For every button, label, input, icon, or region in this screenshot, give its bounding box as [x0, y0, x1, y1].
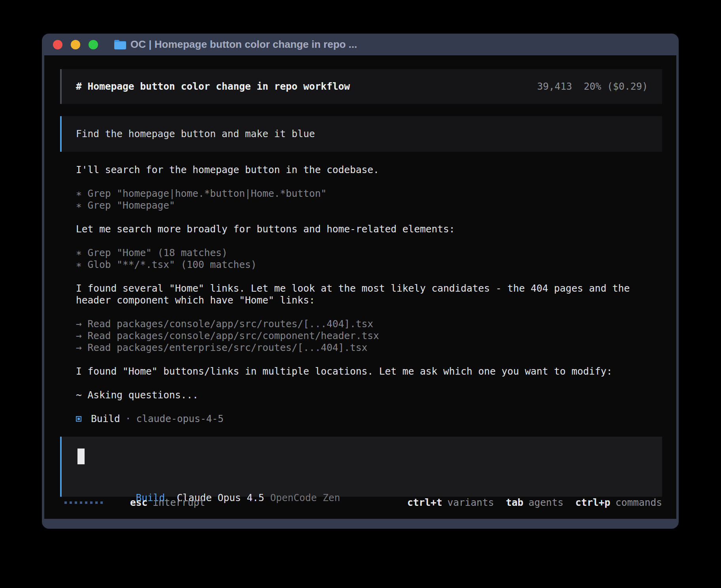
spinner-dots	[64, 501, 106, 504]
hint-interrupt: escinterrupt	[130, 497, 205, 509]
minimize-button[interactable]	[71, 40, 80, 49]
agent-square-icon	[76, 416, 81, 422]
session-header: # Homepage button color change in repo w…	[60, 69, 662, 104]
prompt-input[interactable]: BuildClaude Opus 4.5OpenCode Zen	[60, 437, 662, 497]
hint-label: agents	[528, 497, 564, 508]
hint-key: ctrl+t	[407, 497, 442, 508]
hint-label: variants	[447, 497, 494, 508]
hint-variants: ctrl+tvariants	[407, 497, 494, 509]
assistant-transcript: I'll search for the homepage button in t…	[60, 164, 662, 425]
model-row: BuildClaude Opus 4.5OpenCode Zen	[77, 480, 648, 492]
hint-key: tab	[506, 497, 523, 508]
hint-commands: ctrl+pcommands	[575, 497, 662, 509]
assistant-text: I found several "Home" links. Let me loo…	[76, 283, 662, 294]
tool-call-glob: ∗ Glob "**/*.tsx" (100 matches)	[76, 259, 662, 271]
tool-call-grep: ∗ Grep "homepage|home.*button|Home.*butt…	[76, 188, 662, 200]
user-message-text: Find the homepage button and make it blu…	[76, 128, 648, 140]
tool-call-read: → Read packages/console/app/src/routes/[…	[76, 318, 662, 330]
hint-key: ctrl+p	[575, 497, 610, 508]
terminal-content: # Homepage button color change in repo w…	[44, 55, 676, 519]
tool-call-read: → Read packages/console/app/src/componen…	[76, 330, 662, 342]
hint-label: commands	[615, 497, 662, 508]
status-bar: escinterrupt ctrl+tvariants tabagents ct…	[60, 497, 662, 509]
hint-label: interrupt	[153, 497, 205, 508]
assistant-text: Let me search more broadly for buttons a…	[76, 223, 662, 235]
user-message: Find the homepage button and make it blu…	[60, 116, 662, 152]
tool-call-grep: ∗ Grep "Homepage"	[76, 200, 662, 211]
agent-model: claude-opus-4-5	[136, 413, 224, 425]
text-cursor	[77, 449, 85, 464]
input-provider-label: OpenCode Zen	[270, 492, 340, 503]
traffic-lights	[53, 40, 98, 49]
tool-call-grep: ∗ Grep "Home" (18 matches)	[76, 247, 662, 259]
zoom-button[interactable]	[89, 40, 98, 49]
terminal-window: OC | Homepage button color change in rep…	[42, 34, 679, 529]
assistant-text: I'll search for the homepage button in t…	[76, 164, 662, 176]
session-title: # Homepage button color change in repo w…	[76, 81, 350, 92]
agent-name: Build	[91, 413, 120, 425]
hint-key: esc	[130, 497, 147, 508]
window-title: OC | Homepage button color change in rep…	[130, 38, 357, 51]
tool-call-read: → Read packages/enterprise/src/routes/[.…	[76, 342, 662, 354]
agent-status-row: Build · claude-opus-4-5	[76, 413, 662, 425]
separator-dot: ·	[125, 413, 131, 425]
title-bar[interactable]: OC | Homepage button color change in rep…	[42, 34, 679, 55]
hint-agents: tabagents	[506, 497, 564, 509]
assistant-text: header component which have "Home" links…	[76, 294, 662, 306]
session-stats: 39,413 20% ($0.29)	[537, 81, 648, 92]
assistant-text: I found "Home" buttons/links in multiple…	[76, 366, 662, 377]
close-button[interactable]	[53, 40, 62, 49]
working-status: ~ Asking questions...	[76, 389, 662, 401]
folder-icon	[114, 40, 126, 50]
